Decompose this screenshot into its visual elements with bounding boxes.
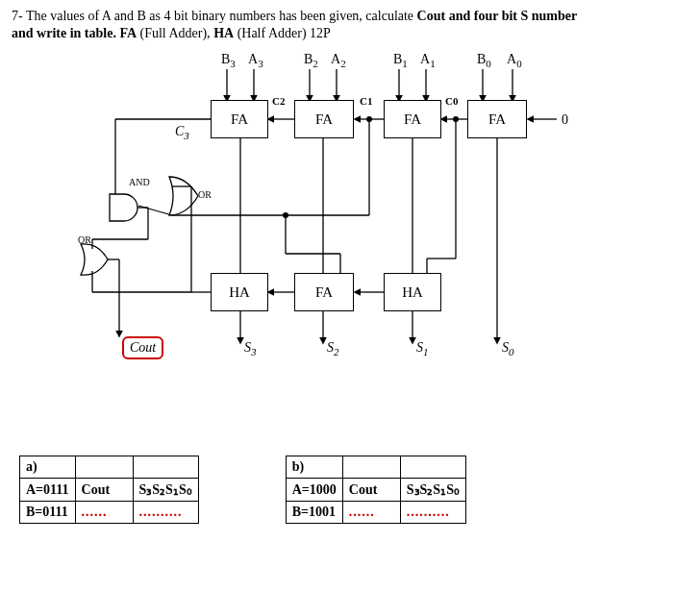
box-fa3: FA <box>211 100 268 138</box>
lbl-s2: S2 <box>327 340 339 357</box>
box-fa1: FA <box>384 100 441 138</box>
lbl-s3: S3 <box>244 340 257 357</box>
lbl-c0: C0 <box>445 95 458 107</box>
lbl-s1: S1 <box>416 340 429 357</box>
box-ha3: HA <box>211 273 268 311</box>
q-ha-exp: (Half Adder) 12P <box>238 26 331 40</box>
question-text: 7- The values of A and B as 4 bit binary… <box>12 8 688 42</box>
lbl-zero: 0 <box>562 112 568 128</box>
b-A: A=1000 <box>286 479 342 502</box>
diagram-area: B3 A3 B2 A2 B1 A1 B0 A0 <box>81 52 619 379</box>
b-blank2 <box>400 456 465 479</box>
a-label: a) <box>20 456 76 479</box>
a-B: B=0111 <box>20 502 76 524</box>
b-label: b) <box>286 456 342 479</box>
q-ha-bold: HA <box>213 26 234 40</box>
q-text-a: The values of A and B as 4 bit binary nu… <box>26 9 417 23</box>
lbl-s0: S0 <box>502 340 514 357</box>
answer-tables: a) A=0111 Cout S₃S₂S₁S₀ B=0111 ...... ..… <box>12 456 688 524</box>
b-s-v: .......... <box>400 502 465 524</box>
box-fa2: FA <box>294 100 354 138</box>
q-text-b: and write in table. FA <box>12 26 137 40</box>
a-s-h: S₃S₂S₁S₀ <box>133 479 198 502</box>
lbl-or-cout: OR <box>78 234 91 245</box>
lbl-c1: C1 <box>360 95 372 107</box>
b-cout-h: Cout <box>342 479 400 502</box>
lbl-c2: C2 <box>272 95 285 107</box>
a-s-v: .......... <box>133 502 198 524</box>
a-blank1 <box>75 456 133 479</box>
box-fa0: FA <box>467 100 527 138</box>
a-A: A=0111 <box>20 479 76 502</box>
a-cout-v: ...... <box>75 502 133 524</box>
lbl-and: AND <box>129 177 150 187</box>
table-a: a) A=0111 Cout S₃S₂S₁S₀ B=0111 ...... ..… <box>19 456 199 524</box>
b-s-h: S₃S₂S₁S₀ <box>400 479 465 502</box>
q-fa-exp: (Full Adder), <box>140 26 214 40</box>
b-cout-v: ...... <box>342 502 400 524</box>
q-bold-cout: Cout and four bit S number <box>417 9 578 23</box>
box-ha1: HA <box>384 273 441 311</box>
a-blank2 <box>133 456 198 479</box>
q-number: 7- <box>12 9 23 23</box>
b-B: B=1001 <box>286 502 342 524</box>
lbl-c3: C3 <box>175 124 189 141</box>
box-fa-mid: FA <box>294 273 354 311</box>
table-b: b) A=1000 Cout S₃S₂S₁S₀ B=1001 ...... ..… <box>286 456 466 524</box>
lbl-or-top: OR <box>198 189 212 200</box>
b-blank1 <box>342 456 400 479</box>
cout-label: Cout <box>122 336 163 359</box>
a-cout-h: Cout <box>75 479 133 502</box>
